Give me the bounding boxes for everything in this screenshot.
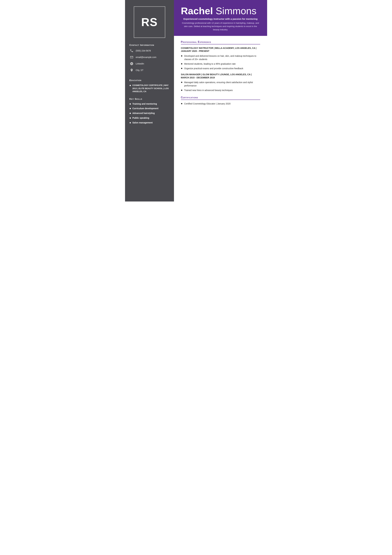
contact-section: Contact Information (555) 234-5678 e (129, 44, 170, 74)
contact-location: City, ST (129, 68, 170, 72)
header-summary: Cosmetology professional with 12 years o… (181, 22, 260, 31)
header-name: Rachel Simmons (181, 6, 260, 16)
contact-title: Contact Information (129, 44, 170, 46)
content-body: Professional Experience COSMETOLOGY INST… (174, 36, 267, 202)
phone-icon (129, 49, 134, 53)
job2-bullet1: ● Managed daily salon operations, ensuri… (181, 81, 260, 88)
contact-phone: (555) 234-5678 (129, 49, 170, 53)
header-section: Rachel Simmons Experienced cosmetology i… (174, 0, 267, 36)
certifications-title: Certifications (181, 96, 260, 100)
education-text: COSMETOLOGY CERTIFICATE | MAY 2012 | ELI… (132, 84, 169, 93)
job1-bullet3: ● Organize practical exams and provide c… (181, 67, 260, 70)
resume-container: RS Contact Information (555) 234-5678 (125, 0, 267, 202)
skill-item: ● Salon management (129, 121, 170, 124)
contact-email: email@example.com (129, 55, 170, 59)
education-section: Education ● COSMETOLOGY CERTIFICATE | MA… (129, 79, 170, 93)
phone-text: (555) 234-5678 (136, 50, 151, 52)
experience-section: Professional Experience COSMETOLOGY INST… (181, 41, 260, 92)
job1-bullet1: ● Developed and delivered lessons on hai… (181, 54, 260, 61)
job2-title: SALON MANAGER | GLOW BEAUTY LOUNGE, LOS … (181, 73, 260, 79)
linkedin-text: LinkedIn (136, 62, 144, 65)
avatar-box: RS (134, 6, 165, 38)
skill-item: ● Curriculum development (129, 107, 170, 110)
avatar-initials: RS (141, 16, 157, 29)
job1-title: COSMETOLOGY INSTRUCTOR | BELLA ACADEMY, … (181, 47, 260, 53)
education-bullet: ● (129, 84, 131, 87)
experience-title: Professional Experience (181, 41, 260, 44)
last-name: Simmons (216, 5, 257, 16)
job1-bullet2: ● Mentored students, leading to a 95% gr… (181, 62, 260, 66)
skills-list: ● Training and mentoring ● Curriculum de… (129, 102, 170, 124)
cert-bullets: ● Certified Cosmetology Educator | Janua… (181, 102, 260, 105)
job2-bullets: ● Managed daily salon operations, ensuri… (181, 81, 260, 92)
sidebar: RS Contact Information (555) 234-5678 (125, 0, 174, 202)
skill-item: ● Training and mentoring (129, 102, 170, 106)
education-title: Education (129, 79, 170, 81)
skills-section: Key Skills ● Training and mentoring ● Cu… (129, 97, 170, 126)
email-icon (129, 55, 134, 59)
header-tagline: Experienced cosmetology instructor with … (181, 18, 260, 20)
contact-linkedin: LinkedIn (129, 61, 170, 66)
cert-item1: ● Certified Cosmetology Educator | Janua… (181, 102, 260, 105)
education-item: ● COSMETOLOGY CERTIFICATE | MAY 2012 | E… (129, 84, 170, 93)
location-icon (129, 68, 134, 72)
certifications-section: Certifications ● Certified Cosmetology E… (181, 96, 260, 105)
email-text: email@example.com (136, 56, 157, 58)
skills-title: Key Skills (129, 97, 170, 100)
first-name: Rachel (181, 5, 213, 16)
job2-bullet2: ● Trained new hires in advanced beauty t… (181, 89, 260, 92)
location-text: City, ST (136, 69, 143, 71)
skill-item: ● Advanced hairstyling (129, 112, 170, 115)
skill-item: ● Public speaking (129, 117, 170, 120)
job1-bullets: ● Developed and delivered lessons on hai… (181, 54, 260, 70)
linkedin-icon (129, 61, 134, 66)
main-content: Rachel Simmons Experienced cosmetology i… (174, 0, 267, 202)
